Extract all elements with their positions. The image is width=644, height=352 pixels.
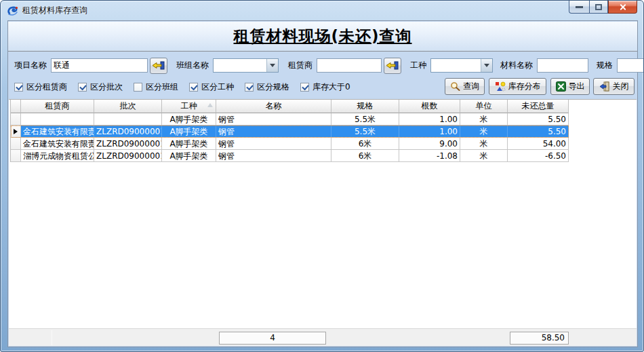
cell-worktype[interactable]: A脚手架类: [162, 113, 216, 125]
cell-name[interactable]: 钢管: [216, 138, 331, 150]
chevron-down-icon: [270, 64, 275, 67]
checkbox-distinguish-batch[interactable]: 区分批次: [78, 81, 123, 93]
cell-unit[interactable]: 米: [460, 150, 508, 162]
cell-vendor[interactable]: [21, 113, 94, 125]
vendor-picker-button[interactable]: [384, 58, 401, 74]
project-name-input[interactable]: [51, 58, 148, 73]
cell-count[interactable]: 1.00: [399, 113, 460, 125]
header-spec[interactable]: 规格: [331, 100, 399, 113]
row-selector-cell[interactable]: [11, 113, 21, 125]
cell-spec[interactable]: 5.5米: [331, 113, 399, 125]
app-window: 租赁材料库存查询 租赁材料现场(未还)查询 项目名称 班组名称: [0, 0, 644, 352]
cell-spec[interactable]: 6米: [331, 150, 399, 162]
cell-vendor[interactable]: 金石建筑安装有限责: [21, 138, 94, 150]
vendor-input[interactable]: [317, 58, 382, 73]
cell-unit[interactable]: 米: [460, 138, 508, 150]
minimize-button[interactable]: [569, 1, 589, 14]
checkbox-label: 区分租赁商: [26, 81, 67, 93]
row-selector-cell[interactable]: [11, 138, 21, 150]
window-title: 租赁材料库存查询: [22, 5, 87, 16]
header-vendor[interactable]: 租赁商: [21, 100, 94, 113]
checkbox-stock-gt-zero[interactable]: 库存大于0: [300, 81, 350, 93]
checkbox-row: 区分租赁商 区分批次 区分班组 区分工种 区分规格 库存大于0: [14, 81, 350, 93]
vendor-label: 租赁商: [288, 60, 313, 71]
cell-name[interactable]: 钢管: [216, 125, 331, 138]
cell-worktype[interactable]: A脚手架类: [162, 138, 216, 150]
cell-spec[interactable]: 6米: [331, 138, 399, 150]
cell-count[interactable]: 1.00: [399, 125, 460, 138]
results-grid: 租赁商 批次 工种 名称 规格 根数 单位 未还总量 A脚手架类 钢管 5.5米: [9, 99, 637, 330]
hand-pointer-icon: [386, 60, 399, 71]
exit-door-icon: [599, 81, 610, 92]
close-window-button[interactable]: [608, 1, 637, 14]
cell-unreturned-total[interactable]: 54.00: [508, 138, 569, 150]
spec-input[interactable]: [617, 58, 644, 73]
material-name-input[interactable]: [537, 58, 588, 73]
cell-count[interactable]: -1.08: [399, 150, 460, 162]
cell-name[interactable]: 钢管: [216, 150, 331, 162]
table-row-selected[interactable]: 金石建筑安装有限责 ZLZRD090000012 A脚手架类 钢管 5.5米 1…: [11, 125, 569, 138]
work-type-select[interactable]: [430, 58, 493, 73]
header-count[interactable]: 根数: [399, 100, 460, 113]
cell-unit[interactable]: 米: [460, 113, 508, 125]
grid-header-row: 租赁商 批次 工种 名称 规格 根数 单位 未还总量: [11, 100, 569, 113]
header-name[interactable]: 名称: [216, 100, 331, 113]
cell-unreturned-total[interactable]: 5.50: [508, 113, 569, 125]
cell-unreturned-total[interactable]: -6.50: [508, 150, 569, 162]
cell-count[interactable]: 9.00: [399, 138, 460, 150]
record-count-box: 4: [219, 332, 326, 345]
stock-distribution-label: 库存分布: [508, 81, 541, 92]
material-name-label: 材料名称: [500, 60, 533, 71]
row-selector-cell[interactable]: [11, 125, 21, 138]
header-unit[interactable]: 单位: [460, 100, 508, 113]
cell-batch[interactable]: ZLZRD090000013: [94, 150, 162, 162]
table-row[interactable]: 淄博元成物资租赁公 ZLZRD090000013 A脚手架类 钢管 6米 -1.…: [11, 150, 569, 162]
cell-vendor[interactable]: 金石建筑安装有限责: [21, 125, 94, 138]
row-selector-cell[interactable]: [11, 150, 21, 162]
project-name-label: 项目名称: [14, 60, 47, 71]
header-batch[interactable]: 批次: [94, 100, 162, 113]
export-button[interactable]: 导出: [550, 78, 590, 95]
checkbox-icon: [189, 83, 198, 92]
checkbox-icon: [78, 83, 87, 92]
cell-worktype[interactable]: A脚手架类: [162, 125, 216, 138]
team-name-select[interactable]: [213, 58, 279, 73]
grid-table: 租赁商 批次 工种 名称 规格 根数 单位 未还总量 A脚手架类 钢管 5.5米: [10, 100, 569, 162]
cell-name[interactable]: 钢管: [216, 113, 331, 125]
query-button[interactable]: 查询: [445, 78, 485, 95]
cell-batch[interactable]: ZLZRD090000012: [94, 125, 162, 138]
client-area: 租赁材料现场(未还)查询 项目名称 班组名称 租赁商: [7, 20, 638, 347]
cell-vendor[interactable]: 淄博元成物资租赁公: [21, 150, 94, 162]
table-row[interactable]: 金石建筑安装有限责 ZLZRD090000012 A脚手架类 钢管 6米 9.0…: [11, 138, 569, 150]
hand-pointer-icon: [152, 60, 165, 71]
sort-ascending-icon: [207, 103, 213, 107]
cell-unreturned-total[interactable]: 5.50: [508, 125, 569, 138]
cell-worktype[interactable]: A脚手架类: [162, 150, 216, 162]
cell-batch[interactable]: ZLZRD090000012: [94, 138, 162, 150]
maximize-button[interactable]: [589, 1, 608, 14]
close-icon: [619, 3, 626, 11]
dropdown-button[interactable]: [266, 59, 278, 72]
scatter-chart-icon: [495, 81, 506, 92]
checkbox-distinguish-spec[interactable]: 区分规格: [245, 81, 289, 93]
header-worktype[interactable]: 工种: [162, 100, 216, 113]
dropdown-button[interactable]: [481, 59, 492, 72]
checkbox-distinguish-vendor[interactable]: 区分租赁商: [14, 81, 67, 93]
checkbox-label: 区分批次: [90, 81, 123, 93]
header-unreturned-total[interactable]: 未还总量: [508, 100, 569, 113]
spec-label: 规格: [597, 60, 613, 71]
table-row[interactable]: A脚手架类 钢管 5.5米 1.00 米 5.50: [11, 113, 569, 125]
checkbox-distinguish-worktype[interactable]: 区分工种: [189, 81, 234, 93]
excel-icon: [556, 81, 566, 92]
checkbox-label: 区分工种: [201, 81, 234, 93]
app-logo-swirl-icon: [7, 5, 19, 17]
chevron-down-icon: [484, 64, 489, 67]
checkbox-label: 区分规格: [257, 81, 289, 93]
cell-unit[interactable]: 米: [460, 125, 508, 138]
close-button[interactable]: 关闭: [593, 78, 635, 95]
project-picker-button[interactable]: [150, 58, 167, 74]
cell-spec[interactable]: 5.5米: [331, 125, 399, 138]
cell-batch[interactable]: [94, 113, 162, 125]
stock-distribution-button[interactable]: 库存分布: [489, 78, 546, 95]
checkbox-distinguish-team[interactable]: 区分班组: [134, 81, 178, 93]
